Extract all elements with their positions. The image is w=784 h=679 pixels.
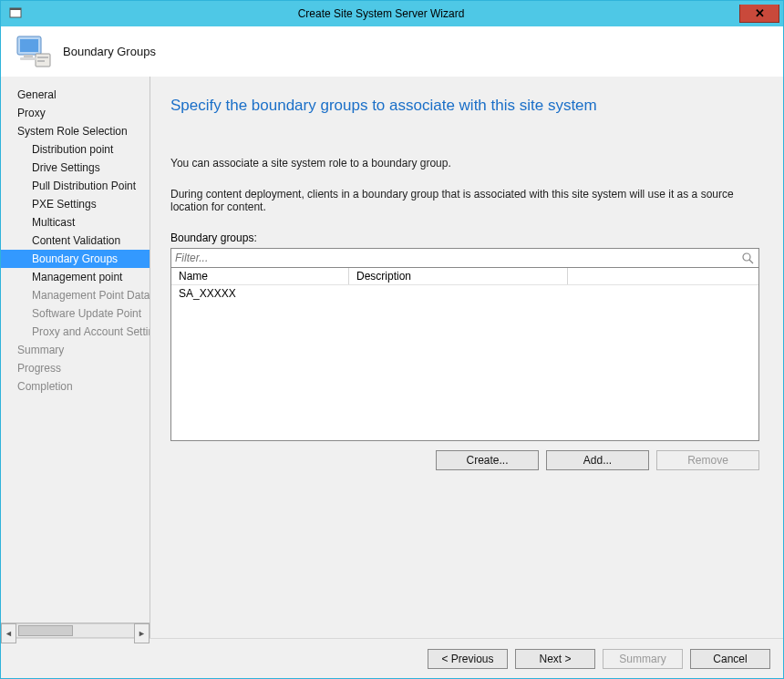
sidebar-item-distribution-point[interactable]: Distribution point: [1, 140, 150, 159]
grid-header: Name Description: [171, 268, 758, 285]
page-heading: Specify the boundary groups to associate…: [170, 97, 759, 115]
boundary-groups-grid: Name Description SA_XXXXX: [170, 268, 759, 441]
wizard-header: Boundary Groups: [1, 26, 783, 77]
sidebar-item-completion: Completion: [1, 377, 150, 396]
svg-rect-7: [24, 55, 33, 57]
computer-icon: [14, 34, 52, 70]
app-icon: [8, 6, 23, 21]
sidebar-item-drive-settings[interactable]: Drive Settings: [1, 159, 150, 177]
previous-button[interactable]: < Previous: [428, 649, 508, 669]
sidebar-item-progress: Progress: [1, 359, 150, 377]
sidebar-item-management-point[interactable]: Management point: [1, 268, 150, 286]
column-description[interactable]: Description: [349, 268, 568, 284]
scroll-right-button[interactable]: ►: [134, 623, 150, 643]
add-button[interactable]: Add...: [546, 450, 649, 470]
wizard-nav: GeneralProxySystem Role SelectionDistrib…: [1, 77, 150, 622]
titlebar: Create Site System Server Wizard ✕: [1, 1, 783, 26]
summary-button: Summary: [603, 649, 683, 669]
sidebar-item-software-update-point: Software Update Point: [1, 304, 150, 323]
boundary-groups-label: Boundary groups:: [170, 231, 759, 244]
intro-text-2: During content deployment, clients in a …: [170, 188, 759, 213]
sidebar-item-general[interactable]: General: [1, 86, 150, 104]
grid-buttons: Create... Add... Remove: [170, 441, 759, 470]
cell-name: SA_XXXXX: [171, 287, 349, 300]
filter-input[interactable]: [175, 252, 740, 264]
scrollbar-thumb[interactable]: [18, 625, 73, 636]
svg-rect-5: [37, 60, 45, 62]
svg-point-9: [743, 253, 750, 261]
sidebar-item-management-point-database: Management Point Database: [1, 286, 150, 304]
sidebar-item-content-validation[interactable]: Content Validation: [1, 231, 150, 250]
create-button[interactable]: Create...: [436, 450, 539, 470]
svg-rect-1: [10, 8, 21, 10]
cancel-button[interactable]: Cancel: [690, 649, 770, 669]
wizard-sidebar: GeneralProxySystem Role SelectionDistrib…: [1, 77, 150, 638]
sidebar-item-system-role-selection[interactable]: System Role Selection: [1, 122, 150, 140]
column-spacer: [568, 268, 758, 284]
wizard-main: Specify the boundary groups to associate…: [150, 77, 783, 638]
svg-rect-8: [20, 57, 36, 60]
next-button[interactable]: Next >: [515, 649, 595, 669]
column-name[interactable]: Name: [171, 268, 349, 284]
sidebar-item-summary: Summary: [1, 341, 150, 359]
svg-rect-3: [20, 39, 38, 52]
sidebar-item-proxy[interactable]: Proxy: [1, 104, 150, 122]
sidebar-item-multicast[interactable]: Multicast: [1, 213, 150, 231]
sidebar-item-pxe-settings[interactable]: PXE Settings: [1, 195, 150, 213]
header-step-label: Boundary Groups: [63, 45, 156, 58]
close-icon: ✕: [755, 6, 765, 20]
svg-line-10: [749, 260, 753, 263]
wizard-footer: < Previous Next > Summary Cancel: [1, 638, 783, 678]
window-title: Create Site System Server Wizard: [23, 7, 739, 20]
scrollbar-track[interactable]: [16, 623, 134, 638]
filter-box[interactable]: [170, 248, 759, 268]
scroll-left-button[interactable]: ◄: [1, 623, 16, 643]
intro-text-1: You can associate a site system role to …: [170, 157, 759, 170]
cell-description: [349, 287, 568, 300]
search-icon: [740, 251, 755, 265]
table-row[interactable]: SA_XXXXX: [171, 285, 758, 302]
remove-button: Remove: [656, 450, 759, 470]
sidebar-scrollbar[interactable]: ◄ ►: [1, 622, 150, 638]
sidebar-item-proxy-and-account-settings: Proxy and Account Settings: [1, 323, 150, 341]
close-button[interactable]: ✕: [739, 5, 779, 23]
svg-rect-6: [37, 57, 48, 58]
sidebar-item-pull-distribution-point[interactable]: Pull Distribution Point: [1, 177, 150, 195]
sidebar-item-boundary-groups[interactable]: Boundary Groups: [1, 250, 150, 268]
